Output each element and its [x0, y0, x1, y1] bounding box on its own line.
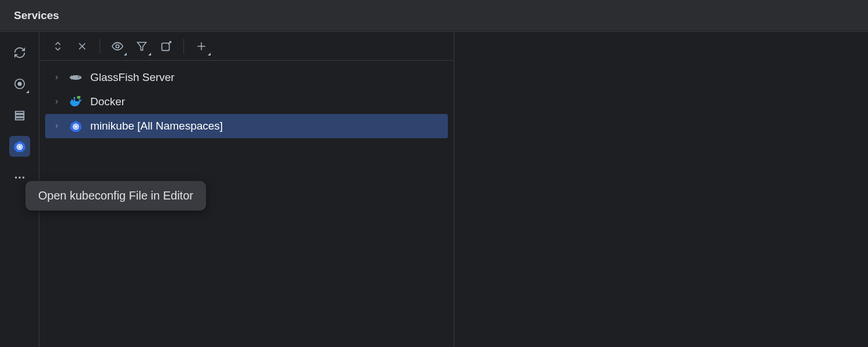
svg-rect-3	[15, 115, 24, 117]
filter-icon	[136, 40, 148, 52]
svg-point-12	[116, 45, 119, 48]
context-menu-label: Open kubeconfig File in Editor	[38, 189, 193, 202]
target-icon	[13, 77, 26, 90]
database-button[interactable]	[9, 105, 30, 125]
target-button[interactable]	[9, 73, 30, 94]
svg-rect-2	[15, 112, 24, 114]
svg-rect-4	[15, 118, 24, 120]
tree-node-docker[interactable]: Docker	[45, 90, 448, 114]
toolbar-separator	[183, 39, 184, 54]
main-area: GlassFish Server Docker minikube [All	[0, 31, 868, 347]
chevron-right-icon	[52, 74, 61, 81]
corner-indicator	[124, 53, 127, 56]
glassfish-icon	[68, 70, 83, 85]
database-icon	[13, 109, 26, 121]
sync-button[interactable]	[9, 42, 30, 63]
tree-node-glassfish[interactable]: GlassFish Server	[45, 65, 448, 90]
open-new-window-icon	[160, 40, 172, 53]
services-toolbar	[39, 32, 454, 61]
svg-point-9	[22, 176, 24, 179]
panel-title: Services	[14, 9, 59, 22]
add-icon	[196, 40, 207, 52]
svg-rect-20	[71, 99, 73, 101]
svg-rect-22	[73, 97, 75, 99]
tree-node-minikube[interactable]: minikube [All Namespaces]	[45, 114, 448, 138]
svg-point-23	[77, 96, 80, 99]
svg-point-8	[19, 176, 21, 179]
corner-indicator	[26, 90, 29, 93]
kubernetes-icon	[13, 140, 26, 153]
expand-collapse-icon	[52, 40, 64, 52]
svg-point-1	[18, 82, 21, 86]
chevron-right-icon	[52, 123, 61, 130]
context-menu-item[interactable]: Open kubeconfig File in Editor	[25, 181, 206, 211]
more-icon	[13, 171, 26, 184]
kubernetes-node-icon	[68, 119, 83, 134]
show-button[interactable]	[107, 36, 128, 57]
filter-button[interactable]	[131, 36, 152, 57]
sync-icon	[13, 46, 26, 59]
corner-indicator	[148, 53, 151, 56]
tree-node-label: minikube [All Namespaces]	[90, 120, 223, 132]
svg-marker-13	[138, 42, 146, 50]
kubernetes-button[interactable]	[9, 136, 30, 157]
tree-node-label: Docker	[90, 95, 125, 108]
docker-icon	[68, 94, 83, 109]
close-button[interactable]	[72, 36, 93, 57]
close-icon	[77, 41, 87, 51]
svg-marker-18	[69, 75, 72, 80]
eye-icon	[111, 40, 124, 53]
services-tree: GlassFish Server Docker minikube [All	[39, 61, 454, 143]
expand-collapse-button[interactable]	[47, 36, 68, 57]
svg-point-19	[78, 76, 79, 77]
toolbar-separator	[100, 39, 100, 54]
svg-rect-14	[162, 43, 170, 50]
add-button[interactable]	[191, 36, 212, 57]
services-panel: GlassFish Server Docker minikube [All	[39, 32, 454, 347]
tree-node-label: GlassFish Server	[90, 71, 175, 84]
empty-detail-area	[454, 32, 869, 347]
corner-indicator	[208, 53, 211, 56]
svg-rect-21	[73, 99, 75, 101]
chevron-right-icon	[52, 98, 61, 105]
svg-point-7	[14, 176, 17, 179]
panel-header: Services	[0, 0, 868, 31]
open-new-window-button[interactable]	[156, 36, 176, 57]
